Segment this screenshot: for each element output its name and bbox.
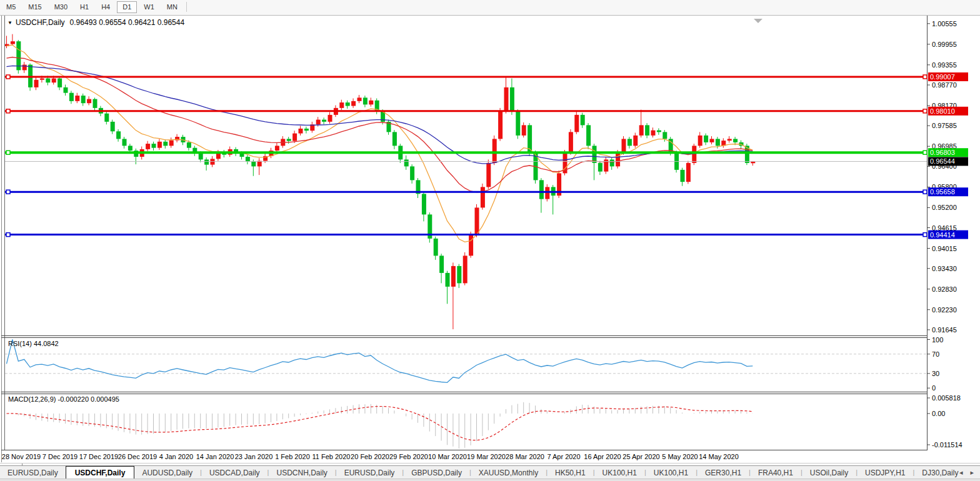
candle (569, 132, 573, 152)
candle (163, 142, 168, 146)
candle (322, 120, 326, 122)
candle (328, 115, 332, 122)
candle (40, 79, 44, 80)
date-tick-label: 19 Mar 2020 (467, 453, 506, 460)
candle (446, 273, 450, 287)
chart-tab-uk100-h1[interactable]: UK100,H1 (646, 467, 696, 479)
timeframe-button-m30[interactable]: M30 (49, 1, 73, 13)
tab-scroll-right-icon[interactable]: ▸ (970, 469, 974, 476)
timeframe-toolbar: M5M15M30H1H4D1W1MN (0, 0, 980, 16)
candle (492, 139, 497, 163)
chart-tab-eurusd-daily[interactable]: EURUSD,Daily (337, 467, 402, 479)
candle (292, 134, 297, 141)
hline-handle (923, 151, 927, 154)
chart-canvas[interactable]: 1.005550.999550.993550.987700.981700.975… (0, 0, 980, 481)
level-lines: 0.990070.980100.968030.956580.944140.965… (5, 72, 968, 239)
candle (463, 255, 468, 283)
price-axis: 1.005550.999550.993550.987700.981700.975… (927, 20, 957, 334)
timeframe-button-h4[interactable]: H4 (96, 1, 116, 13)
chart-tab-usdcad-daily[interactable]: USDCAD,Daily (202, 467, 268, 479)
candle (657, 131, 661, 132)
date-tick-label: 5 May 2020 (662, 453, 698, 460)
hline-price-badge-text: 0.98010 (930, 107, 955, 115)
candle (34, 80, 39, 87)
timeframe-button-m15[interactable]: M15 (22, 1, 47, 13)
candle (251, 162, 256, 167)
chart-tab-xauusd-monthly[interactable]: XAUUSD,Monthly (471, 467, 546, 479)
chart-tab-usdcnh-daily[interactable]: USDCNH,Daily (269, 467, 334, 479)
chart-tab-gbpusd-daily[interactable]: GBPUSD,Daily (404, 467, 469, 479)
chart-tab-audusd-daily[interactable]: AUDUSD,Daily (134, 467, 200, 479)
macd-scale-label: 0.00 (932, 410, 945, 417)
pane-borders (1, 16, 928, 462)
candle (158, 142, 162, 148)
chart-tab-usdchf-daily[interactable]: USDCHF,Daily (66, 466, 135, 479)
rsi-indicator-label: RSI(14) 44.0842 (8, 340, 59, 347)
current-price-badge-text: 0.96544 (930, 157, 955, 165)
candle (58, 79, 62, 87)
candle (469, 235, 473, 255)
chart-tab-uk100-h1[interactable]: UK100,H1 (595, 467, 644, 479)
date-tick-label: 23 Jan 2020 (235, 453, 273, 460)
chart-tab-ger30-h1[interactable]: GER30,H1 (698, 467, 749, 479)
candle (87, 99, 91, 104)
candle (481, 187, 485, 207)
price-tick-label: 0.95200 (932, 204, 957, 211)
application-window: M5M15M30H1H4D1W1MN 1.005550.999550.99355… (0, 0, 980, 481)
candle (545, 187, 549, 199)
hline-handle[interactable] (6, 109, 10, 113)
chart-tab-usoil-daily[interactable]: USOil,Daily (802, 467, 856, 479)
hline-price-badge-text: 0.94414 (930, 231, 955, 239)
candle (316, 120, 321, 125)
ma-fast (7, 45, 753, 242)
candles (5, 34, 756, 329)
rsi-pane: 10070300 (5, 336, 943, 392)
candle (639, 125, 644, 136)
candle (439, 255, 444, 273)
candle (346, 102, 350, 106)
hline-handle[interactable] (6, 75, 10, 79)
candle (122, 139, 127, 146)
chart-tab-fra40-h1[interactable]: FRA40,H1 (751, 467, 801, 479)
date-tick-label: 10 Mar 2020 (428, 453, 467, 460)
date-tick-label: 7 Dec 2019 (42, 453, 78, 460)
candle (622, 139, 626, 152)
candle (146, 144, 150, 149)
candle (199, 153, 203, 159)
candle (692, 146, 696, 163)
candle (475, 207, 479, 235)
chart-tab-hk50-h1[interactable]: HK50,H1 (548, 467, 593, 479)
timeframe-button-m5[interactable]: M5 (1, 1, 21, 13)
hline-handle[interactable] (6, 233, 10, 237)
candle (69, 93, 74, 101)
candle (686, 163, 691, 182)
tab-scroll-left-icon[interactable]: ◂ (959, 469, 963, 476)
candle (628, 139, 632, 146)
hline-handle[interactable] (6, 190, 10, 194)
hline-handle[interactable] (6, 151, 10, 154)
symbol-dropdown-icon[interactable]: ▼ (8, 20, 12, 26)
candle (52, 79, 56, 83)
candle (410, 166, 414, 180)
rsi-scale-label: 70 (932, 350, 939, 358)
timeframe-button-d1[interactable]: D1 (117, 1, 137, 13)
hline-price-badge-text: 0.95658 (930, 188, 955, 196)
candle (392, 132, 397, 146)
candle (11, 41, 15, 44)
candle (434, 239, 438, 256)
candle (504, 87, 509, 112)
candle (733, 139, 738, 142)
candle (662, 132, 667, 139)
timeframe-button-h1[interactable]: H1 (74, 1, 94, 13)
timeframe-button-mn[interactable]: MN (161, 1, 183, 13)
candle (598, 163, 602, 172)
candle (457, 266, 461, 284)
date-tick-label: 29 Feb 2020 (389, 453, 428, 460)
price-tick-label: 0.92830 (932, 285, 957, 293)
price-tick-label: 0.92230 (932, 306, 957, 314)
chart-tab-eurusd-daily[interactable]: EURUSD,Daily (0, 467, 66, 479)
chart-tab-usdjpy-h1[interactable]: USDJPY,H1 (858, 467, 912, 479)
date-tick-label: 25 Apr 2020 (622, 453, 659, 460)
timeframe-button-w1[interactable]: W1 (138, 1, 160, 13)
chart-shift-marker-icon[interactable] (754, 19, 762, 23)
